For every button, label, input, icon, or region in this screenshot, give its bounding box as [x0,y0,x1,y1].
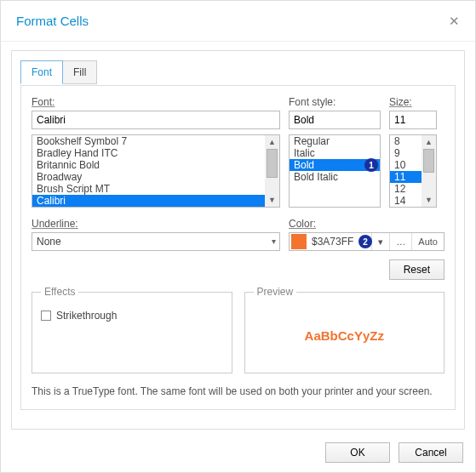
font-label: Font: [32,96,280,108]
list-item-selected[interactable]: 11 [390,171,422,183]
tab-fill[interactable]: Fill [63,60,97,84]
chevron-down-icon[interactable]: ▾ [371,233,389,250]
list-item[interactable]: 12 [390,183,422,195]
format-cells-dialog: Format Cells ✕ Font Fill Font: Bookshelf… [0,0,476,473]
list-item[interactable]: Broadway [32,171,265,183]
footnote-text: This is a TrueType font. The same font w… [32,385,444,397]
effects-group: Effects Strikethrough [32,292,232,373]
ellipsis-icon[interactable]: … [389,233,411,250]
reset-button[interactable]: Reset [389,259,444,280]
list-item[interactable]: 14 [390,195,422,207]
style-label: Font style: [289,96,381,108]
font-input[interactable] [32,111,280,129]
tab-strip: Font Fill [20,60,473,84]
style-input[interactable] [289,111,381,129]
font-scrollbar[interactable]: ▲ ▼ [265,135,279,207]
scroll-thumb[interactable] [423,149,434,173]
underline-value: None [37,236,61,248]
list-item[interactable]: Regular [290,135,380,147]
size-label: Size: [389,96,437,108]
color-label: Color: [289,218,444,230]
marker-2: 2 [358,235,372,248]
preview-group: Preview AaBbCcYyZz [244,292,445,373]
list-item[interactable]: 9 [390,147,422,159]
ok-button[interactable]: OK [325,442,390,463]
preview-sample: AaBbCcYyZz [254,305,436,366]
underline-select[interactable]: None ▾ [32,232,280,251]
scroll-up-icon[interactable]: ▲ [265,135,279,149]
size-scrollbar[interactable]: ▲ ▼ [422,135,436,207]
underline-label: Underline: [32,218,280,230]
color-swatch [291,234,307,249]
marker-1: 1 [364,158,378,172]
scroll-down-icon[interactable]: ▼ [422,193,436,207]
cancel-button[interactable]: Cancel [399,442,463,463]
list-item[interactable]: Bold Italic [290,171,380,183]
color-control[interactable]: $3A73FF 2 ▾ … Auto [289,232,444,251]
titlebar: Format Cells ✕ [1,1,475,42]
scroll-up-icon[interactable]: ▲ [422,135,436,149]
list-item-selected[interactable]: Calibri [32,195,265,207]
strikethrough-checkbox[interactable]: Strikethrough [41,310,223,322]
size-input[interactable] [389,111,437,129]
size-list[interactable]: 8 9 10 11 12 14 ▲ ▼ [389,134,437,208]
dialog-title: Format Cells [16,14,89,28]
scroll-down-icon[interactable]: ▼ [265,193,279,207]
scroll-thumb[interactable] [267,149,278,178]
tab-font[interactable]: Font [20,60,63,84]
font-panel: Font: Bookshelf Symbol 7 Bradley Hand IT… [20,85,456,410]
list-item[interactable]: Bookshelf Symbol 7 [32,135,265,147]
font-list[interactable]: Bookshelf Symbol 7 Bradley Hand ITC Brit… [32,134,280,208]
list-item[interactable]: Brush Script MT [32,183,265,195]
effects-legend: Effects [41,286,78,298]
checkbox-icon [41,311,51,321]
list-item[interactable]: Britannic Bold [32,159,265,171]
list-item[interactable]: Bradley Hand ITC [32,147,265,159]
list-item[interactable]: 10 [390,159,422,171]
list-item[interactable]: Italic [290,147,380,159]
footer: OK Cancel [1,433,475,472]
auto-button[interactable]: Auto [411,233,444,250]
strikethrough-label: Strikethrough [56,310,117,322]
content-area: Font Fill Font: Bookshelf Symbol 7 Bradl… [11,50,465,430]
list-item[interactable]: 8 [390,135,422,147]
preview-legend: Preview [254,286,297,298]
chevron-down-icon: ▾ [272,236,276,246]
close-icon[interactable]: ✕ [449,14,460,29]
style-list[interactable]: Regular Italic Bold Bold Italic 1 [289,134,381,208]
